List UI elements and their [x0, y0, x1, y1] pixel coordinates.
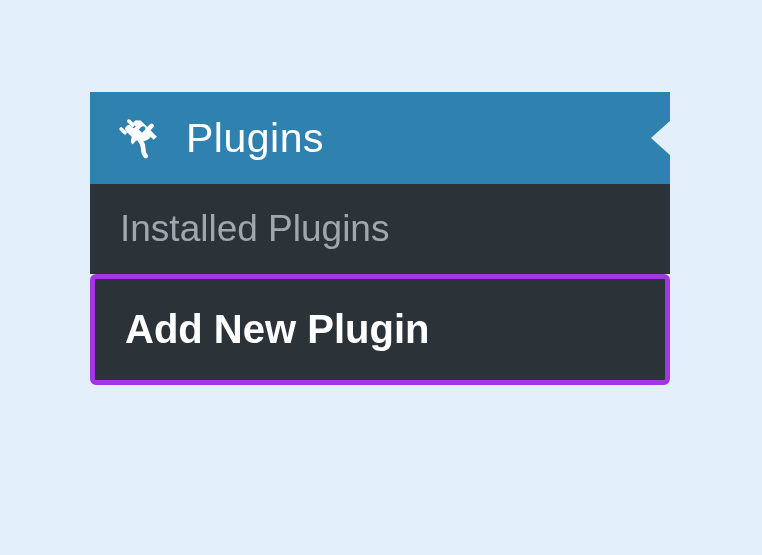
submenu-item-label: Add New Plugin	[125, 307, 429, 351]
sidebar-item-installed-plugins[interactable]: Installed Plugins	[90, 184, 670, 274]
sidebar-item-add-new-plugin[interactable]: Add New Plugin	[90, 274, 670, 385]
submenu-item-label: Installed Plugins	[120, 208, 389, 249]
menu-header-label: Plugins	[186, 115, 324, 162]
plugins-menu: Plugins Installed Plugins Add New Plugin	[90, 92, 670, 385]
active-indicator-notch	[651, 120, 671, 156]
plug-icon	[114, 114, 162, 162]
menu-header-plugins[interactable]: Plugins	[90, 92, 670, 184]
